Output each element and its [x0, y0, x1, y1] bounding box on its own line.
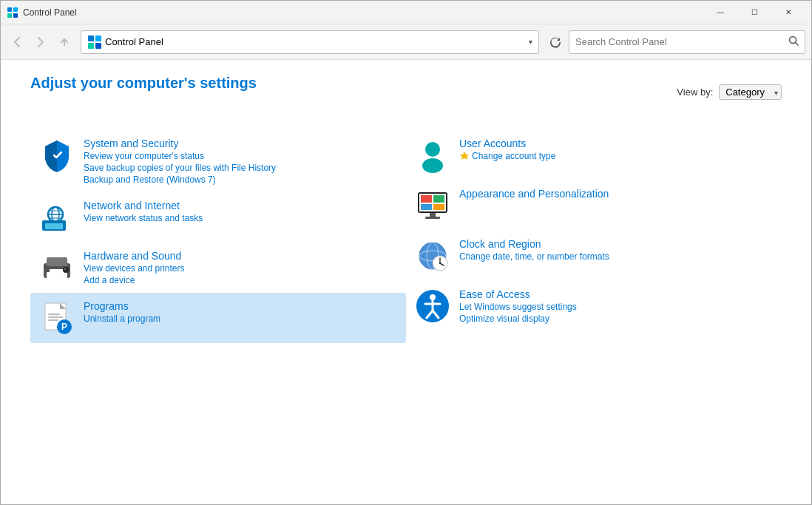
svg-point-24: [64, 268, 68, 272]
ease-of-access-title[interactable]: Ease of Access: [459, 288, 577, 300]
address-bar-icon: [87, 35, 102, 50]
left-column: System and Security Review your computer…: [30, 130, 406, 343]
hardware-sound-link-2[interactable]: Add a device: [84, 275, 185, 285]
title-bar: Control Panel — ☐ ✕: [1, 1, 811, 24]
system-security-link-1[interactable]: Review your computer's status: [84, 151, 276, 161]
search-icon[interactable]: [788, 35, 799, 48]
clock-region-text: Clock and Region Change date, time, or n…: [459, 238, 609, 262]
svg-rect-3: [13, 13, 18, 18]
svg-rect-43: [425, 217, 440, 219]
viewby-arrow-icon: ▾: [774, 88, 778, 96]
up-button[interactable]: [54, 32, 75, 52]
address-dropdown-arrow[interactable]: ▾: [529, 38, 532, 46]
right-column: User Accounts Change account type: [406, 130, 782, 343]
page-title: Adjust your computer's settings: [30, 75, 257, 92]
svg-point-51: [439, 262, 441, 264]
appearance-title[interactable]: Appearance and Personalization: [459, 188, 609, 200]
category-clock-region[interactable]: Clock and Region Change date, time, or n…: [406, 231, 782, 281]
svg-rect-5: [95, 35, 101, 41]
hardware-sound-icon: [39, 250, 75, 285]
ease-of-access-icon: [415, 288, 450, 324]
category-ease-of-access[interactable]: Ease of Access Let Windows suggest setti…: [406, 281, 782, 331]
search-bar[interactable]: [569, 30, 805, 54]
hardware-sound-link-1[interactable]: View devices and printers: [84, 263, 185, 274]
svg-rect-40: [421, 204, 432, 210]
svg-point-34: [422, 158, 443, 173]
svg-text:P: P: [61, 322, 67, 332]
user-accounts-link-1[interactable]: Change account type: [459, 151, 555, 161]
svg-rect-4: [88, 35, 94, 41]
address-text: Control Panel: [105, 36, 529, 47]
main-content: Adjust your computer's settings View by:…: [1, 60, 811, 504]
appearance-text: Appearance and Personalization: [459, 188, 609, 200]
window-icon: [7, 7, 18, 18]
appearance-icon: [415, 188, 450, 223]
programs-icon: P: [39, 300, 75, 336]
title-bar-controls: — ☐ ✕: [703, 1, 805, 24]
user-accounts-text: User Accounts Change account type: [459, 138, 555, 161]
network-internet-link-1[interactable]: View network status and tasks: [84, 213, 203, 223]
svg-point-25: [64, 268, 66, 270]
nav-bar: Control Panel ▾: [1, 24, 811, 60]
user-accounts-icon: [415, 138, 450, 173]
clock-region-icon: [415, 238, 450, 274]
viewby-value[interactable]: Category: [719, 84, 782, 100]
header-row: Adjust your computer's settings View by:…: [30, 75, 782, 109]
category-appearance[interactable]: Appearance and Personalization: [406, 180, 782, 231]
category-network-internet[interactable]: Network and Internet View network status…: [30, 192, 406, 243]
window-title: Control Panel: [23, 7, 703, 18]
svg-rect-0: [7, 7, 12, 12]
system-security-text: System and Security Review your computer…: [84, 138, 276, 185]
maximize-button[interactable]: ☐: [737, 1, 771, 24]
ease-of-access-link-2[interactable]: Optimize visual display: [459, 313, 577, 324]
refresh-button[interactable]: [545, 32, 566, 52]
categories-grid: System and Security Review your computer…: [30, 130, 782, 343]
system-security-link-2[interactable]: Save backup copies of your files with Fi…: [84, 163, 276, 173]
svg-rect-41: [433, 204, 444, 210]
svg-rect-12: [45, 223, 63, 229]
ease-of-access-text: Ease of Access Let Windows suggest setti…: [459, 288, 577, 324]
ease-of-access-link-1[interactable]: Let Windows suggest settings: [459, 302, 577, 312]
address-bar[interactable]: Control Panel ▾: [81, 30, 539, 54]
svg-rect-29: [48, 316, 63, 318]
close-button[interactable]: ✕: [771, 1, 805, 24]
svg-rect-2: [7, 13, 12, 18]
hardware-sound-title[interactable]: Hardware and Sound: [84, 250, 185, 262]
system-security-icon: [39, 138, 75, 173]
svg-rect-7: [95, 43, 101, 49]
svg-line-9: [796, 43, 799, 46]
svg-rect-38: [421, 195, 432, 203]
hardware-sound-text: Hardware and Sound View devices and prin…: [84, 250, 185, 285]
user-accounts-title[interactable]: User Accounts: [459, 138, 555, 149]
back-button[interactable]: [7, 32, 27, 52]
minimize-button[interactable]: —: [703, 1, 737, 24]
svg-point-35: [461, 153, 467, 159]
svg-rect-42: [430, 213, 436, 217]
window: Control Panel — ☐ ✕ Con: [0, 0, 812, 505]
category-system-security[interactable]: System and Security Review your computer…: [30, 130, 406, 192]
clock-region-link-1[interactable]: Change date, time, or number formats: [459, 251, 609, 262]
viewby-dropdown[interactable]: Category ▾: [719, 84, 782, 100]
view-by-control: View by: Category ▾: [677, 84, 782, 100]
network-internet-title[interactable]: Network and Internet: [84, 200, 203, 211]
system-security-link-3[interactable]: Backup and Restore (Windows 7): [84, 174, 276, 185]
svg-rect-20: [47, 257, 67, 266]
network-internet-text: Network and Internet View network status…: [84, 200, 203, 223]
viewby-label: View by:: [677, 87, 713, 98]
svg-rect-22: [50, 269, 64, 280]
network-internet-icon: [39, 200, 75, 235]
programs-link-1[interactable]: Uninstall a program: [84, 313, 160, 324]
category-hardware-sound[interactable]: Hardware and Sound View devices and prin…: [30, 243, 406, 293]
programs-title[interactable]: Programs: [84, 300, 160, 312]
forward-button[interactable]: [30, 32, 51, 52]
svg-point-33: [425, 142, 440, 157]
system-security-title[interactable]: System and Security: [84, 138, 276, 149]
svg-rect-6: [88, 43, 94, 49]
svg-rect-30: [48, 319, 58, 321]
category-user-accounts[interactable]: User Accounts Change account type: [406, 130, 782, 180]
programs-text: Programs Uninstall a program: [84, 300, 160, 324]
search-input[interactable]: [575, 36, 788, 47]
clock-region-title[interactable]: Clock and Region: [459, 238, 609, 250]
svg-rect-1: [13, 7, 18, 12]
category-programs[interactable]: P Programs Uninstall a program: [30, 293, 406, 343]
